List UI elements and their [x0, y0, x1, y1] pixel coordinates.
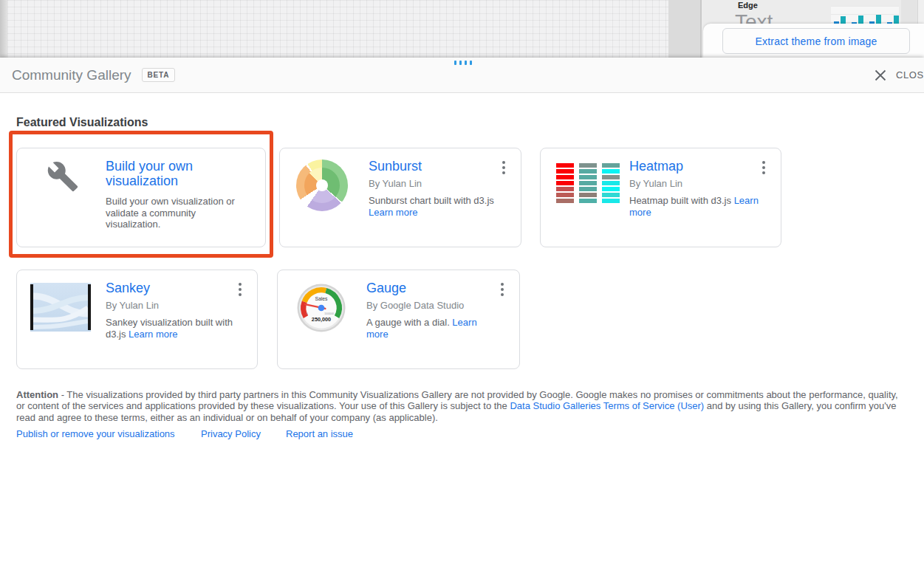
- terms-of-service-link[interactable]: Data Studio Galleries Terms of Service (…: [510, 400, 704, 411]
- heatmap-cell: [579, 181, 597, 185]
- heatmap-cell: [602, 163, 620, 168]
- card-author: By Yulan Lin: [629, 178, 762, 189]
- card-title: Sunburst: [369, 159, 502, 174]
- card-title: Build your own visualization: [106, 159, 239, 188]
- card-title: Sankey: [106, 281, 239, 295]
- heatmap-cell: [602, 181, 620, 185]
- canvas-gutter: [668, 0, 700, 58]
- report-canvas-grid: [7, 0, 668, 58]
- publish-remove-link[interactable]: Publish or remove your visualizations: [16, 428, 175, 439]
- heatmap-cell: [579, 175, 597, 179]
- gauge-thumbnail: Sales 0 1000000 250,000: [296, 283, 346, 336]
- card-description: Build your own visualization or validate…: [106, 196, 237, 230]
- card-title: Heatmap: [629, 159, 762, 174]
- heatmap-cell: [556, 163, 574, 168]
- gauge-label: Sales: [315, 296, 328, 301]
- app-root: Edge Text Extract theme from image Commu…: [0, 0, 924, 573]
- heatmap-cell: [556, 187, 574, 191]
- card-description-text: A gauge with a dial.: [366, 317, 452, 328]
- card-build-your-own[interactable]: Build your own visualization Build your …: [16, 148, 266, 247]
- card-gauge[interactable]: Sales 0 1000000 250,000 Gauge By Google …: [277, 270, 520, 369]
- modal-title: Community Gallery: [12, 67, 131, 83]
- card-author: By Google Data Studio: [366, 300, 499, 311]
- edge-section-label: Edge: [738, 1, 758, 10]
- card-title: Gauge: [366, 281, 499, 295]
- heatmap-cell: [579, 187, 597, 191]
- card-description: Sunburst chart built with d3.js Learn mo…: [369, 195, 500, 218]
- heatmap-cell: [602, 199, 620, 203]
- heatmap-cell: [579, 199, 597, 203]
- card-heatmap[interactable]: Heatmap By Yulan Lin Heatmap built with …: [540, 148, 781, 247]
- card-menu-button[interactable]: [500, 159, 507, 176]
- card-description: Heatmap built with d3.js Learn more: [629, 195, 761, 218]
- privacy-policy-link[interactable]: Privacy Policy: [201, 428, 261, 439]
- sunburst-thumbnail: [296, 159, 348, 211]
- heatmap-cell: [556, 199, 574, 203]
- card-description-text: Heatmap built with d3.js: [629, 195, 734, 206]
- extract-theme-button[interactable]: Extract theme from image: [722, 28, 910, 54]
- card-author: By Yulan Lin: [106, 300, 239, 311]
- modal-title-row: Community Gallery BETA: [12, 58, 175, 92]
- card-description: A gauge with a dial. Learn more: [366, 317, 498, 340]
- heatmap-cell: [556, 181, 574, 185]
- card-sunburst[interactable]: Sunburst By Yulan Lin Sunburst chart bui…: [279, 148, 521, 247]
- card-sankey[interactable]: Sankey By Yulan Lin Sankey visualization…: [16, 270, 258, 369]
- heatmap-cell: [602, 169, 620, 174]
- card-author: By Yulan Lin: [369, 178, 502, 189]
- sankey-thumbnail: [27, 283, 94, 334]
- drag-handle-dots[interactable]: [454, 61, 472, 65]
- close-icon: [875, 69, 886, 81]
- heatmap-thumbnail: [556, 163, 620, 203]
- report-issue-link[interactable]: Report an issue: [286, 428, 353, 439]
- heatmap-cell: [556, 169, 574, 174]
- close-label: CLOSE: [896, 69, 924, 80]
- canvas-left-edge: [0, 0, 7, 58]
- learn-more-link[interactable]: Learn more: [369, 207, 417, 218]
- heatmap-cell: [579, 169, 597, 174]
- card-menu-button[interactable]: [236, 281, 244, 298]
- wrench-icon: [47, 160, 79, 193]
- gauge-value: 250,000: [312, 316, 331, 323]
- close-button[interactable]: CLOSE: [875, 58, 924, 92]
- heatmap-cell: [602, 175, 620, 179]
- attention-label: Attention: [16, 389, 58, 400]
- card-description-text: Sunburst chart built with d3.js: [369, 195, 494, 206]
- heatmap-cell: [556, 193, 574, 197]
- card-menu-button[interactable]: [499, 281, 506, 298]
- card-menu-button[interactable]: [760, 159, 767, 176]
- heatmap-cell: [602, 193, 620, 197]
- learn-more-link[interactable]: Learn more: [129, 329, 177, 340]
- beta-badge: BETA: [142, 68, 176, 82]
- section-title: Featured Visualizations: [16, 116, 148, 129]
- gauge-min: 0: [307, 312, 308, 315]
- gauge-max: 1000000: [324, 312, 334, 315]
- card-description: Sankey visualization built with d3.js Le…: [106, 317, 237, 340]
- heatmap-cell: [579, 163, 597, 168]
- heatmap-cell: [579, 193, 597, 197]
- heatmap-cell: [602, 187, 620, 191]
- attention-disclaimer: Attention - The visualizations provided …: [16, 389, 908, 423]
- heatmap-cell: [556, 175, 574, 179]
